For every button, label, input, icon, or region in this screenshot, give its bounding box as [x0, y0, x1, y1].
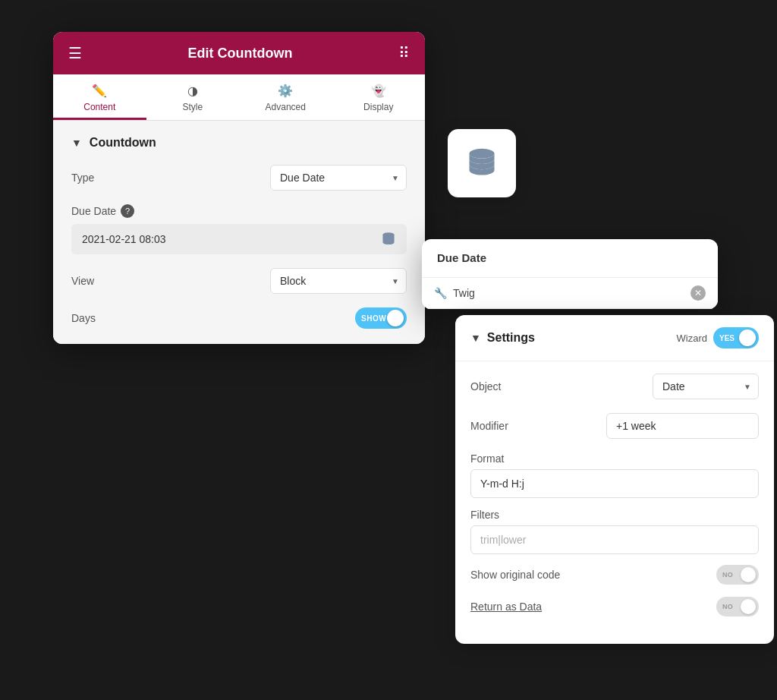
tab-content[interactable]: ✏️ Content — [53, 74, 146, 120]
database-icon — [465, 147, 499, 180]
type-label: Type — [71, 172, 94, 184]
modifier-input[interactable] — [606, 413, 759, 439]
settings-header-right: Wizard YES — [677, 327, 759, 348]
return-as-data-label[interactable]: Return as Data — [470, 601, 542, 613]
panel-header: ☰ Edit Countdown ⠿ — [53, 32, 425, 74]
due-date-input[interactable] — [71, 224, 370, 254]
grid-icon[interactable]: ⠿ — [398, 44, 410, 62]
type-select-wrapper: Due Date Fixed Recurring — [270, 165, 407, 191]
return-as-data-toggle[interactable]: NO — [716, 597, 759, 616]
twig-input[interactable] — [453, 287, 684, 299]
object-label: Object — [470, 380, 501, 393]
panel-tabs: ✏️ Content ◑ Style ⚙️ Advanced 👻 Display — [53, 74, 425, 121]
due-date-db-icon[interactable] — [370, 224, 407, 254]
due-date-panel: Due Date 🔧 ✕ — [422, 239, 718, 309]
format-label: Format — [470, 452, 759, 465]
due-date-panel-header: Due Date — [422, 239, 718, 278]
modifier-label: Modifier — [470, 420, 508, 432]
format-row: Format — [470, 452, 759, 498]
tab-display[interactable]: 👻 Display — [332, 74, 426, 120]
help-icon[interactable]: ? — [121, 204, 134, 218]
panel-body: ▼ Countdown Type Due Date Fixed Recurrin… — [53, 121, 425, 344]
settings-header-left: ▼ Settings — [470, 331, 535, 345]
settings-body: Object Date Time DateTime Modifier Forma… — [455, 361, 774, 616]
return-as-data-toggle-label: NO — [722, 603, 733, 610]
modifier-row: Modifier — [470, 413, 759, 439]
content-tab-icon: ✏️ — [92, 84, 107, 98]
view-select-wrapper: Block Inline Circle — [270, 268, 407, 294]
object-row: Object Date Time DateTime — [470, 374, 759, 399]
section-title: Countdown — [90, 136, 156, 150]
clear-twig-icon[interactable]: ✕ — [690, 285, 706, 301]
days-label: Days — [71, 312, 96, 324]
show-original-code-toggle-label: NO — [722, 571, 733, 579]
due-date-panel-title: Due Date — [437, 251, 486, 264]
due-date-label-row: Due Date ? — [71, 204, 407, 218]
svg-point-1 — [470, 149, 495, 159]
return-as-data-circle — [741, 599, 756, 614]
return-as-data-row: Return as Data NO — [470, 597, 759, 616]
object-select-wrapper: Date Time DateTime — [653, 374, 759, 399]
show-original-code-toggle[interactable]: NO — [716, 565, 759, 585]
object-select[interactable]: Date Time DateTime — [653, 374, 759, 399]
days-row: Days SHOW — [71, 307, 407, 329]
wrench-icon: 🔧 — [434, 287, 447, 299]
content-tab-label: Content — [83, 102, 115, 112]
days-toggle[interactable]: SHOW — [355, 307, 407, 329]
show-original-code-label: Show original code — [470, 569, 560, 581]
hamburger-icon[interactable]: ☰ — [68, 44, 82, 62]
settings-panel: ▼ Settings Wizard YES Object Date Time D… — [455, 315, 774, 644]
view-row: View Block Inline Circle — [71, 268, 407, 294]
advanced-tab-icon: ⚙️ — [278, 84, 293, 98]
view-select[interactable]: Block Inline Circle — [270, 268, 407, 294]
filters-input[interactable] — [470, 525, 759, 554]
display-tab-label: Display — [363, 102, 393, 112]
collapse-arrow-icon[interactable]: ▼ — [71, 137, 82, 149]
settings-collapse-icon[interactable]: ▼ — [470, 332, 481, 344]
wizard-toggle[interactable]: YES — [713, 327, 759, 348]
db-icon-card[interactable] — [448, 129, 516, 197]
display-tab-icon: 👻 — [371, 84, 386, 98]
format-input[interactable] — [470, 469, 759, 498]
style-tab-label: Style — [182, 102, 203, 112]
settings-title: Settings — [487, 331, 535, 345]
filters-label: Filters — [470, 509, 759, 521]
tab-advanced[interactable]: ⚙️ Advanced — [239, 74, 332, 120]
view-label: View — [71, 275, 94, 287]
wizard-toggle-label: YES — [719, 334, 735, 342]
type-select[interactable]: Due Date Fixed Recurring — [270, 165, 407, 191]
show-original-code-circle — [741, 567, 756, 582]
filters-row: Filters — [470, 509, 759, 554]
wizard-toggle-circle — [739, 330, 756, 346]
due-date-label: Due Date — [71, 205, 116, 217]
edit-countdown-panel: ☰ Edit Countdown ⠿ ✏️ Content ◑ Style ⚙️… — [53, 32, 425, 344]
advanced-tab-label: Advanced — [266, 102, 306, 112]
days-toggle-label: SHOW — [361, 314, 386, 323]
settings-header: ▼ Settings Wizard YES — [455, 315, 774, 361]
type-row: Type Due Date Fixed Recurring — [71, 165, 407, 191]
show-original-code-row: Show original code NO — [470, 565, 759, 585]
panel-title: Edit Countdown — [188, 46, 293, 61]
tab-style[interactable]: ◑ Style — [146, 74, 240, 120]
style-tab-icon: ◑ — [187, 84, 198, 98]
twig-row: 🔧 ✕ — [422, 278, 718, 309]
section-header: ▼ Countdown — [71, 136, 407, 150]
days-toggle-circle — [387, 310, 404, 326]
wizard-label: Wizard — [677, 333, 707, 344]
due-date-input-row — [71, 224, 407, 254]
